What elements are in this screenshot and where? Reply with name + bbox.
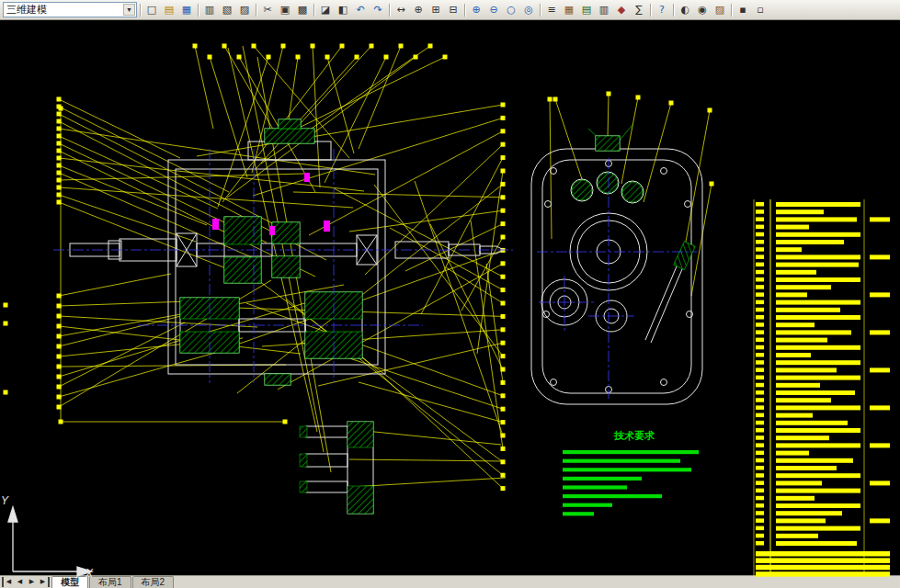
- bom-row: [756, 496, 764, 501]
- bom-row: [756, 526, 764, 531]
- sheet-set-manager-icon[interactable]: ▥: [596, 3, 612, 17]
- bom-row: [756, 466, 764, 470]
- publish-icon[interactable]: ▨: [236, 3, 253, 17]
- tech-requirements-line: [563, 512, 594, 515]
- zoom-realtime-icon[interactable]: ⊕: [410, 3, 427, 17]
- grip-square: [4, 303, 8, 308]
- zoom-in-icon[interactable]: ⊕: [468, 3, 484, 17]
- match-properties-icon[interactable]: ◪: [317, 3, 334, 17]
- bom-row: [756, 503, 764, 508]
- bom-row: [756, 443, 764, 447]
- bom-row: [756, 511, 764, 515]
- toolbar-separator: [731, 4, 732, 17]
- bom-table: [754, 199, 890, 577]
- tech-requirements-line: [563, 494, 662, 498]
- tech-requirements-line: [563, 468, 691, 471]
- cad-drawing-svg: 技术要求 X Y: [0, 20, 900, 579]
- bom-row: [756, 398, 764, 402]
- tech-requirements-block: 技术要求: [563, 430, 699, 515]
- grip-square: [59, 420, 63, 424]
- designcenter-icon[interactable]: ▦: [561, 3, 577, 17]
- tech-requirements-line: [563, 459, 680, 463]
- plot-preview-icon[interactable]: ▧: [219, 3, 235, 17]
- tech-requirements-line: [563, 450, 699, 454]
- bom-row: [756, 435, 764, 440]
- zoom-all-icon[interactable]: ◎: [520, 3, 537, 17]
- tool-palettes-icon[interactable]: ▤: [578, 3, 595, 17]
- tech-requirements-line: [563, 485, 627, 489]
- pan-icon[interactable]: ↔: [393, 3, 409, 17]
- bom-row: [756, 428, 764, 433]
- bom-row: [756, 308, 764, 312]
- tech-requirements-line: [563, 503, 612, 507]
- bom-row: [756, 277, 764, 282]
- title-block-row: [756, 551, 890, 557]
- bom-row: [756, 383, 764, 388]
- copy-icon[interactable]: ▣: [277, 3, 293, 17]
- quickcalc-icon[interactable]: ∑: [631, 3, 647, 17]
- drawing-canvas[interactable]: 技术要求 X Y: [0, 20, 900, 575]
- bom-row: [756, 421, 764, 425]
- toolbar-separator: [540, 4, 541, 17]
- autocad-window: 三维建模 ▼ □▤▦▥▧▨✂▣▩◪◧↶↷↔⊕⊞⊟⊕⊖○◎≡▦▤▥◆∑?◐◉▨▪▫: [0, 0, 900, 588]
- zoom-window-icon[interactable]: ⊞: [427, 3, 444, 17]
- toolbar-separator: [650, 4, 651, 17]
- bom-row: [756, 247, 764, 252]
- bom-row: [756, 481, 764, 485]
- bom-row: [756, 534, 764, 538]
- bom-row: [756, 413, 764, 418]
- grip-square: [4, 390, 8, 395]
- title-block-row: [756, 571, 890, 577]
- bom-row: [756, 225, 764, 230]
- bom-row: [756, 232, 764, 236]
- cut-icon[interactable]: ✂: [259, 3, 276, 17]
- block-editor-icon[interactable]: ◧: [335, 3, 351, 17]
- grip-square: [59, 107, 63, 111]
- markup-icon[interactable]: ◆: [613, 3, 630, 17]
- open-file-icon[interactable]: ▤: [161, 3, 177, 17]
- bom-row: [756, 217, 764, 221]
- help-icon[interactable]: ?: [654, 3, 670, 17]
- bom-row: [756, 338, 764, 343]
- title-block-row: [756, 565, 890, 571]
- top-toolbar: 三维建模 ▼ □▤▦▥▧▨✂▣▩◪◧↶↷↔⊕⊞⊟⊕⊖○◎≡▦▤▥◆∑?◐◉▨▪▫: [0, 0, 900, 20]
- save-icon[interactable]: ▦: [178, 3, 195, 17]
- grip-square: [501, 116, 506, 120]
- bom-row: [756, 489, 764, 493]
- properties-icon[interactable]: ≡: [543, 3, 560, 17]
- bom-row: [756, 254, 764, 259]
- materials-icon[interactable]: ▨: [712, 3, 728, 17]
- bom-row: [756, 390, 764, 395]
- tech-requirements-line: [563, 477, 642, 481]
- zoom-previous-icon[interactable]: ⊟: [445, 3, 461, 17]
- tech-requirements-title: 技术要求: [613, 430, 655, 441]
- orbit-icon[interactable]: ◉: [694, 3, 711, 17]
- undo-icon[interactable]: ↶: [352, 3, 369, 17]
- zoom-extents-icon[interactable]: ○: [503, 3, 519, 17]
- bom-row: [756, 285, 764, 289]
- new-file-icon[interactable]: □: [143, 3, 160, 17]
- paste-icon[interactable]: ▩: [294, 3, 311, 17]
- workspace-lock-icon[interactable]: ▪: [735, 3, 751, 17]
- grip-square: [4, 322, 8, 326]
- bom-row: [756, 202, 764, 207]
- ucs-icon: X Y: [1, 494, 94, 579]
- bom-row: [756, 240, 764, 244]
- bom-row: [756, 541, 764, 546]
- bom-row: [756, 458, 764, 463]
- workspace-dropdown[interactable]: 三维建模 ▼: [3, 2, 137, 17]
- plot-icon[interactable]: ▥: [201, 3, 218, 17]
- redo-icon[interactable]: ↷: [370, 3, 386, 17]
- end-view: [531, 136, 702, 404]
- detail-view: [300, 422, 373, 514]
- bom-row: [756, 263, 764, 267]
- zoom-out-icon[interactable]: ⊖: [485, 3, 502, 17]
- bom-row: [756, 405, 764, 410]
- workspace-label: 三维建模: [6, 3, 47, 17]
- toolbar-separator: [140, 4, 141, 17]
- bom-row: [756, 209, 764, 214]
- bom-row: [756, 322, 764, 327]
- render-icon[interactable]: ◐: [677, 3, 693, 17]
- clean-screen-icon[interactable]: ▫: [752, 3, 769, 17]
- chevron-down-icon: ▼: [123, 4, 135, 16]
